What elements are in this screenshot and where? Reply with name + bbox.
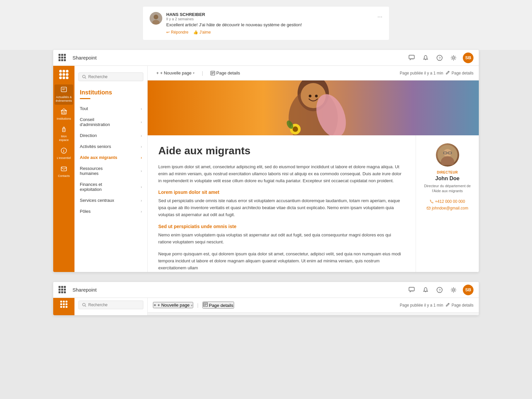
bottom-main: + + Nouvelle page ▾ | Page details Page … — [148, 298, 479, 315]
topbar: Sharepoint ? SB — [53, 50, 479, 66]
topbar-icons: ? SB — [407, 53, 473, 63]
plus-icon: + — [156, 70, 159, 75]
chat-icon[interactable] — [407, 53, 416, 63]
gear-icon[interactable] — [449, 53, 458, 63]
svg-point-47 — [453, 289, 455, 291]
director-card: DIRECTEUR John Doe Directeur du départem… — [416, 135, 479, 272]
contacts-label: Contacts — [58, 174, 70, 178]
svg-point-48 — [82, 303, 85, 306]
edit-page-details[interactable]: Page details — [446, 71, 473, 75]
sidebar-item-actualites[interactable]: Actualités & évènements — [55, 84, 73, 105]
edit-icon-bottom — [446, 303, 450, 307]
comment-body: HANS SCHREIBER Il y a 2 semaines Excelle… — [166, 12, 373, 35]
director-phone[interactable]: +412 000 00 000 — [421, 199, 473, 204]
page-toolbar: + + Nouvelle page ▾ | Page details Page … — [148, 66, 479, 80]
mon-espace-label: Mon espace — [56, 135, 72, 142]
svg-rect-42 — [427, 207, 430, 209]
sidebar-item-contacts[interactable]: Contacts — [55, 163, 73, 180]
svg-line-25 — [449, 71, 449, 72]
logo[interactable] — [58, 68, 70, 80]
search-input[interactable] — [88, 74, 140, 79]
sharepoint-window-bottom: Sharepoint ? SB — [53, 282, 479, 315]
sidebar-item-essentiel[interactable]: i L'essentiel — [55, 145, 73, 162]
svg-text:?: ? — [439, 56, 441, 60]
chevron-icon: › — [141, 120, 142, 124]
mon-espace-icon — [61, 126, 67, 134]
reply-button[interactable]: ↩ Répondre — [166, 30, 189, 35]
menu-item-services[interactable]: Services centraux › — [74, 195, 147, 206]
comment-actions: ↩ Répondre 👍 J'aime — [166, 30, 373, 35]
sidebar-item-institutions[interactable]: Institutions — [55, 106, 73, 123]
topbar-icons-bottom: ? SB — [407, 285, 473, 295]
menu-item-activites[interactable]: Activités seniors › — [74, 141, 147, 152]
svg-line-49 — [85, 306, 86, 307]
page-details-button-bottom[interactable]: Page details — [202, 302, 234, 309]
svg-line-20 — [85, 77, 86, 78]
chevron-icon: › — [141, 199, 142, 202]
director-description: Directeur du département de l'Aide aux m… — [421, 184, 473, 194]
svg-rect-8 — [61, 87, 66, 92]
edit-icon — [446, 71, 450, 75]
director-contact: +412 000 00 000 johndoe@gmail.com — [421, 199, 473, 210]
sidebar-item-mon-espace[interactable]: Mon espace — [55, 124, 73, 144]
svg-rect-11 — [62, 111, 66, 114]
email-icon — [427, 206, 431, 210]
phone-icon — [430, 200, 434, 203]
contacts-icon — [61, 165, 67, 174]
icon-nav: Actualités & évènements Institutions Mon… — [53, 66, 74, 272]
body-para-3: Nemo enim ipsam voluptatem quia voluptas… — [158, 232, 405, 246]
director-role-label: DIRECTEUR — [421, 171, 473, 174]
gear-icon-bottom[interactable] — [449, 285, 458, 295]
help-icon-bottom[interactable]: ? — [435, 285, 444, 295]
svg-point-31 — [315, 95, 318, 97]
search-icon — [82, 74, 86, 79]
help-icon[interactable]: ? — [435, 53, 444, 63]
director-email[interactable]: johndoe@gmail.com — [421, 206, 473, 210]
chevron-icon: › — [141, 107, 142, 111]
svg-point-15 — [64, 130, 65, 131]
chevron-icon: › — [141, 145, 142, 149]
body-para-1: Lorem ipsum dolor sit amet, consectetur … — [158, 164, 405, 184]
toolbar-divider: | — [202, 70, 203, 76]
bell-icon-bottom[interactable] — [421, 285, 430, 295]
svg-rect-3 — [409, 55, 414, 59]
more-button[interactable]: ... — [377, 12, 382, 19]
body-para-4: Neque porro quisquam est, qui dolorem ip… — [158, 251, 405, 271]
user-avatar[interactable]: SB — [463, 53, 473, 63]
bottom-edit-link[interactable]: Page details — [446, 303, 473, 308]
page-body: Aide aux migrants Lorem ipsum dolor sit … — [148, 135, 479, 272]
new-page-button-bottom[interactable]: + + Nouvelle page ▾ — [153, 302, 193, 308]
heading-1: Lorem ipsum dolor sit amet — [158, 190, 405, 195]
comment-text: Excellent article! J'ai hâte de découvri… — [166, 22, 373, 27]
chevron-icon: › — [141, 169, 142, 173]
app-title: Sharepoint — [72, 55, 404, 61]
sp-bottom-body: + + Nouvelle page ▾ | Page details Page … — [53, 298, 479, 315]
menu-item-finances[interactable]: Finances etexploitation › — [74, 179, 147, 195]
main-content: + + Nouvelle page ▾ | Page details Page … — [148, 66, 479, 272]
toolbar-divider-bottom: | — [197, 303, 199, 308]
comment-author: HANS SCHREIBER — [166, 12, 373, 17]
search-input-bottom[interactable] — [88, 303, 140, 307]
bell-icon[interactable] — [421, 53, 430, 63]
menu-item-rh[interactable]: Ressourceshumaines › — [74, 163, 147, 179]
app-grid-icon[interactable] — [59, 54, 66, 62]
like-icon: 👍 — [193, 30, 198, 35]
like-button[interactable]: 👍 J'aime — [193, 30, 211, 35]
hero-illustration — [148, 80, 479, 135]
app-grid-icon-bottom[interactable] — [59, 286, 66, 294]
sharepoint-window: Sharepoint ? SB — [53, 50, 479, 272]
published-status: Page publiée il y a 1 min — [400, 71, 443, 75]
user-avatar-bottom[interactable]: SB — [463, 285, 473, 295]
menu-item-tout[interactable]: Tout › — [74, 103, 147, 114]
new-page-button[interactable]: + + Nouvelle page ▾ — [153, 69, 198, 77]
institutions-label: Institutions — [57, 117, 71, 121]
chat-icon-bottom[interactable] — [407, 285, 416, 295]
menu-item-direction[interactable]: Direction › — [74, 130, 147, 141]
bottom-toolbar-right: Page publiée il y a 1 min Page details — [400, 303, 473, 308]
hero-image: Accueil › Institutions › Aide aux migran… — [148, 80, 479, 135]
menu-item-conseil[interactable]: Conseild'administration › — [74, 114, 147, 130]
body-para-2: Sed ut perspiciatis unde omnis iste natu… — [158, 198, 405, 218]
page-details-button[interactable]: Page details — [207, 69, 244, 77]
menu-item-aide-migrants[interactable]: Aide aux migrants › — [74, 152, 147, 163]
menu-item-poles[interactable]: Pôles › — [74, 206, 147, 217]
